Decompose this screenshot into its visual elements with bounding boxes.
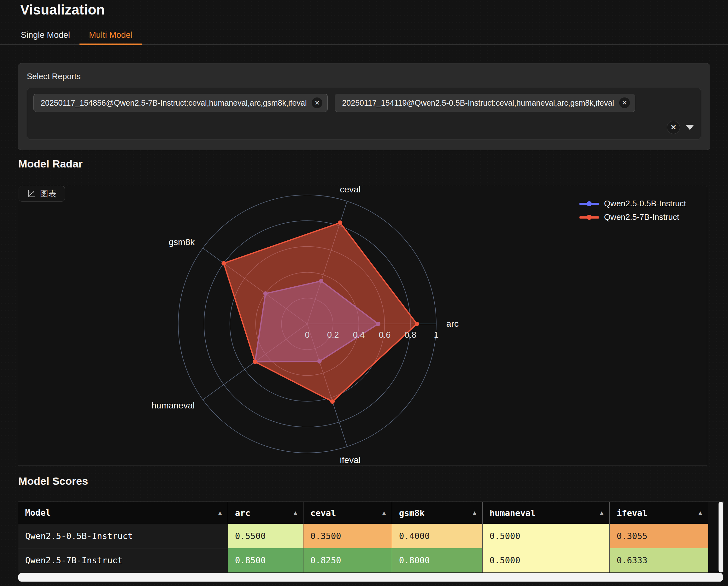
score-cell[interactable]: 0.5000 — [483, 548, 610, 572]
radar-panel: 图表 00.20.40.60.81arccevalgsm8khumanevali… — [18, 186, 707, 466]
column-header-ceval[interactable]: ceval▲ — [304, 502, 392, 524]
model-name-cell[interactable]: Qwen2.5-0.5B-Instruct — [18, 524, 228, 548]
radar-tick-label: 1 — [434, 330, 438, 340]
legend-label: Qwen2.5-0.5B-Instruct — [604, 199, 686, 209]
column-header-label: ifeval — [617, 508, 648, 518]
model-scores-table: Model▲arc▲ceval▲gsm8k▲humaneval▲ifeval▲ … — [18, 502, 708, 572]
column-header-label: humaneval — [490, 508, 536, 518]
radar-axis-label-ceval: ceval — [340, 186, 361, 194]
sort-arrow-icon[interactable]: ▲ — [293, 509, 297, 516]
column-header-gsm8k[interactable]: gsm8k▲ — [392, 502, 483, 524]
radar-axis-label-humaneval: humaneval — [151, 401, 194, 410]
page-title: Visualization — [20, 2, 105, 18]
legend-swatch-icon — [579, 215, 599, 220]
tabbar: Single Model Multi Model — [0, 26, 728, 45]
score-cell[interactable]: 0.8000 — [392, 548, 483, 572]
table-vertical-scrollbar[interactable] — [719, 502, 723, 572]
radar-chart: 00.20.40.60.81arccevalgsm8khumanevalifev… — [18, 186, 707, 466]
score-cell[interactable]: 0.3055 — [610, 524, 708, 548]
column-header-label: ceval — [310, 508, 336, 518]
multiselect-controls: ✕ — [667, 121, 694, 134]
table-row: Qwen2.5-7B-Instruct0.85000.82500.80000.5… — [18, 548, 708, 572]
radar-data-point[interactable] — [222, 261, 226, 266]
model-name-cell[interactable]: Qwen2.5-7B-Instruct — [18, 548, 228, 572]
radar-series-Qwen2.5-7B-Instruct[interactable] — [224, 223, 417, 401]
radar-tick-label: 0.6 — [379, 330, 391, 340]
score-cell[interactable]: 0.5000 — [483, 524, 610, 548]
table-header: Model▲arc▲ceval▲gsm8k▲humaneval▲ifeval▲ — [18, 502, 708, 524]
report-token: 20250117_154856@Qwen2.5-7B-Instruct:ceva… — [33, 94, 328, 112]
column-header-label: Model — [25, 508, 51, 517]
radar-data-point[interactable] — [415, 322, 419, 326]
score-cell[interactable]: 0.6333 — [610, 548, 708, 572]
remove-token-icon[interactable]: ✕ — [312, 98, 322, 108]
radar-legend: Qwen2.5-0.5B-InstructQwen2.5-7B-Instruct — [579, 199, 686, 222]
radar-axis-label-gsm8k: gsm8k — [169, 237, 195, 247]
reports-multiselect[interactable]: 20250117_154856@Qwen2.5-7B-Instruct:ceva… — [27, 88, 701, 139]
report-token-label: 20250117_154856@Qwen2.5-7B-Instruct:ceva… — [41, 99, 307, 108]
score-cell[interactable]: 0.8500 — [228, 548, 304, 572]
legend-item[interactable]: Qwen2.5-7B-Instruct — [579, 212, 686, 222]
radar-data-point[interactable] — [330, 399, 335, 404]
report-token: 20250117_154119@Qwen2.5-0.5B-Instruct:ce… — [335, 94, 635, 112]
tab-single-model[interactable]: Single Model — [11, 26, 79, 44]
radar-tick-label: 0 — [305, 330, 309, 340]
radar-tick-label: 0.2 — [327, 330, 339, 340]
scores-section-heading: Model Scores — [18, 475, 88, 487]
remove-token-icon[interactable]: ✕ — [619, 98, 630, 108]
clear-all-icon[interactable]: ✕ — [667, 121, 680, 134]
table-row: Qwen2.5-0.5B-Instruct0.55000.35000.40000… — [18, 524, 708, 548]
report-token-label: 20250117_154119@Qwen2.5-0.5B-Instruct:ce… — [342, 99, 614, 108]
score-cell[interactable]: 0.8250 — [304, 548, 392, 572]
column-header-ifeval[interactable]: ifeval▲ — [610, 502, 708, 524]
sort-arrow-icon[interactable]: ▲ — [472, 509, 476, 516]
column-header-label: arc — [235, 508, 251, 518]
select-reports-panel: Select Reports 20250117_154856@Qwen2.5-7… — [18, 63, 710, 150]
radar-tick-label: 0.8 — [405, 330, 416, 340]
radar-data-point[interactable] — [253, 359, 257, 364]
select-reports-label: Select Reports — [27, 72, 701, 81]
column-header-Model[interactable]: Model▲ — [18, 502, 228, 524]
sort-arrow-icon[interactable]: ▲ — [382, 509, 386, 516]
page: Visualization Single Model Multi Model S… — [0, 0, 728, 586]
score-cell[interactable]: 0.5500 — [228, 524, 304, 548]
radar-data-point[interactable] — [338, 220, 342, 225]
tab-multi-model[interactable]: Multi Model — [79, 26, 142, 44]
sort-arrow-icon[interactable]: ▲ — [698, 509, 702, 516]
legend-label: Qwen2.5-7B-Instruct — [604, 212, 679, 222]
sort-arrow-icon[interactable]: ▲ — [218, 509, 222, 516]
sort-arrow-icon[interactable]: ▲ — [600, 509, 604, 516]
column-header-label: gsm8k — [399, 508, 424, 518]
radar-axis-label-arc: arc — [446, 319, 459, 329]
column-header-arc[interactable]: arc▲ — [228, 502, 304, 524]
chevron-down-icon[interactable] — [686, 125, 694, 130]
table-horizontal-scrollbar[interactable] — [18, 573, 723, 582]
radar-tick-label: 0.4 — [353, 330, 365, 340]
score-cell[interactable]: 0.4000 — [392, 524, 483, 548]
score-cell[interactable]: 0.3500 — [304, 524, 392, 548]
legend-item[interactable]: Qwen2.5-0.5B-Instruct — [579, 199, 686, 209]
radar-axis-label-ifeval: ifeval — [340, 455, 361, 465]
legend-swatch-icon — [579, 201, 599, 206]
model-scores-table-container: Model▲arc▲ceval▲gsm8k▲humaneval▲ifeval▲ … — [18, 502, 724, 572]
selected-reports: 20250117_154856@Qwen2.5-7B-Instruct:ceva… — [33, 94, 695, 112]
column-header-humaneval[interactable]: humaneval▲ — [483, 502, 610, 524]
radar-section-heading: Model Radar — [18, 158, 83, 170]
